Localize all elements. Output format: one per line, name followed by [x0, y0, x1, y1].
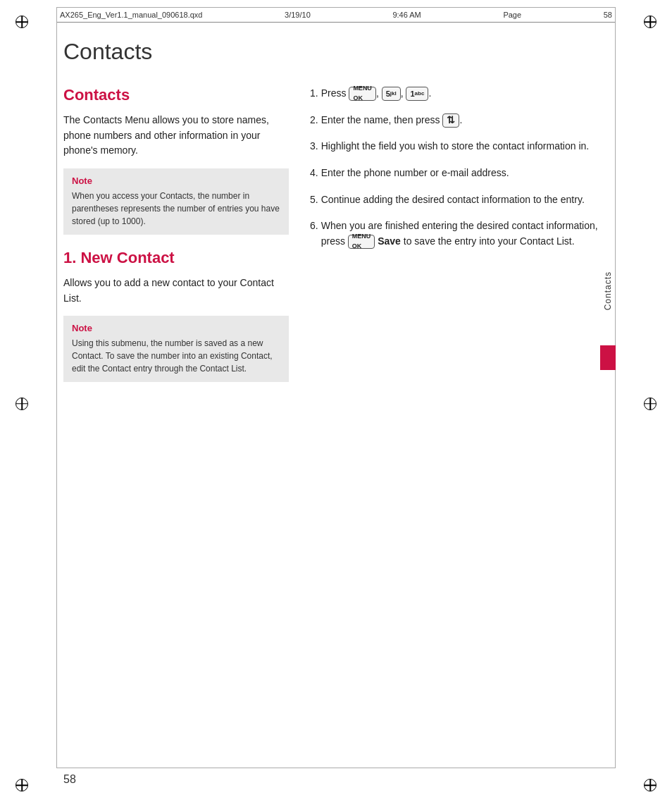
step-2: 2. Enter the name, then press ⇅. [310, 113, 598, 128]
key-5jkl: 5jkl [382, 87, 401, 101]
step-3-num: 3. [310, 139, 318, 154]
header-date: 3/19/10 [285, 11, 311, 19]
page-title: Contacts [63, 39, 598, 65]
section2-body: Allows you to add a new contact to your … [63, 276, 289, 306]
note-box-1: Note When you access your Contacts, the … [63, 168, 289, 235]
content-area: Contacts Contacts The Contacts Menu allo… [63, 39, 598, 758]
step-6: 6. When you are finished entering the de… [310, 218, 598, 249]
two-col-layout: Contacts The Contacts Menu allows you to… [63, 86, 598, 396]
reg-mark-bottom-left [15, 779, 28, 791]
sidebar-label: Contacts [600, 268, 616, 310]
reg-mark-top-right [644, 16, 657, 28]
header-filename: AX265_Eng_Ver1.1_manual_090618.qxd [60, 11, 202, 19]
reg-mark-mid-right [644, 398, 657, 410]
step-6-content: When you are finished entering the desir… [321, 218, 598, 249]
save-label: Save [378, 235, 401, 247]
step-6-num: 6. [310, 218, 318, 249]
page-border-bottom [56, 768, 616, 768]
key-menu-ok-1: MENUOK [349, 87, 376, 101]
page-number-bottom: 58 [63, 773, 76, 786]
note2-title: Note [72, 323, 280, 333]
page-border-top [56, 7, 616, 8]
step-1: 1. Press MENUOK, 5jkl, 1abc. [310, 86, 598, 101]
note1-title: Note [72, 175, 280, 186]
note2-text: Using this submenu, the number is saved … [72, 337, 280, 375]
key-nav: ⇅ [442, 113, 459, 128]
key-1abc: 1abc [406, 87, 428, 101]
note-box-2: Note Using this submenu, the number is s… [63, 316, 289, 382]
sidebar-tab: Contacts [600, 268, 616, 352]
header-page-label: Page [503, 11, 521, 19]
header-page-number: 58 [604, 11, 612, 19]
right-column: 1. Press MENUOK, 5jkl, 1abc. 2. Enter th… [310, 86, 598, 396]
section1-heading: Contacts [63, 86, 289, 104]
step-3: 3. Highlight the field you wish to store… [310, 139, 598, 154]
section2-heading: 1. New Contact [63, 249, 289, 267]
page-border-left [56, 7, 57, 768]
step-2-num: 2. [310, 113, 318, 128]
left-column: Contacts The Contacts Menu allows you to… [63, 86, 289, 396]
step-5: 5. Continue adding the desired contact i… [310, 192, 598, 208]
step-5-content: Continue adding the desired contact info… [321, 192, 585, 208]
key-menu-ok-2: MENUOK [348, 235, 375, 249]
reg-mark-bottom-right [644, 779, 657, 791]
sidebar-highlight [600, 345, 616, 370]
step-3-content: Highlight the field you wish to store th… [321, 139, 590, 154]
step-2-content: Enter the name, then press ⇅. [321, 113, 463, 128]
section1-body: The Contacts Menu allows you to store na… [63, 113, 289, 159]
reg-mark-mid-left [15, 398, 28, 410]
step-5-num: 5. [310, 192, 318, 208]
page-border-right [615, 7, 616, 768]
step-4-num: 4. [310, 166, 318, 181]
step-4: 4. Enter the phone number or e-mail addr… [310, 166, 598, 181]
step-4-content: Enter the phone number or e-mail address… [321, 166, 509, 181]
header-bar: AX265_Eng_Ver1.1_manual_090618.qxd 3/19/… [56, 7, 616, 23]
header-time: 9:46 AM [392, 11, 421, 19]
steps-list: 1. Press MENUOK, 5jkl, 1abc. 2. Enter th… [310, 86, 598, 250]
step-1-num: 1. [310, 86, 318, 101]
step-1-content: Press MENUOK, 5jkl, 1abc. [321, 86, 432, 101]
note1-text: When you access your Contacts, the numbe… [72, 190, 280, 228]
reg-mark-top-left [15, 16, 28, 28]
